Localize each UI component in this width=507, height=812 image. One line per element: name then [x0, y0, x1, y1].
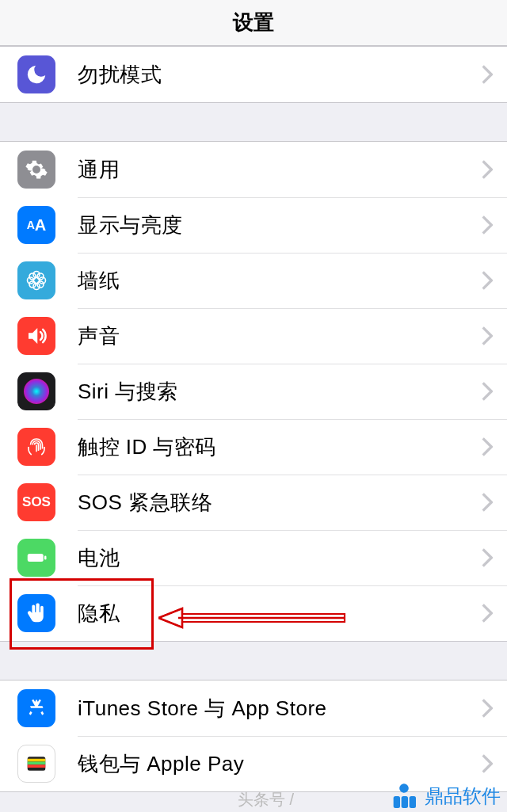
- chevron-right-icon: [482, 215, 493, 234]
- svg-rect-14: [28, 764, 46, 768]
- brand-text: 鼎品软件: [425, 783, 501, 809]
- chevron-right-icon: [482, 699, 493, 718]
- chevron-right-icon: [482, 548, 493, 567]
- row-label: 墙纸: [78, 267, 482, 295]
- siri-icon: [17, 372, 55, 410]
- chevron-right-icon: [482, 65, 493, 84]
- chevron-right-icon: [482, 160, 493, 179]
- row-general[interactable]: 通用: [0, 142, 507, 197]
- chevron-right-icon: [482, 326, 493, 345]
- battery-icon: [17, 539, 55, 577]
- row-label: Siri 与搜索: [78, 378, 482, 406]
- header: 设置: [0, 0, 507, 46]
- row-label: 隐私: [78, 600, 482, 627]
- hand-icon: [17, 594, 55, 632]
- brand-logo-icon: [388, 780, 420, 812]
- chevron-right-icon: [482, 271, 493, 290]
- svg-rect-20: [394, 796, 400, 808]
- chevron-right-icon: [482, 604, 493, 623]
- row-privacy[interactable]: 隐私: [0, 585, 507, 641]
- speaker-icon: [17, 317, 55, 355]
- wallet-icon: [17, 745, 55, 783]
- settings-group-2: iTunes Store 与 App Store 钱包与 Apple Pay: [0, 680, 507, 792]
- chevron-right-icon: [482, 493, 493, 512]
- svg-rect-13: [28, 762, 46, 765]
- row-battery[interactable]: 电池: [0, 530, 507, 585]
- row-label: 声音: [78, 322, 482, 350]
- row-wallpaper[interactable]: 墙纸: [0, 253, 507, 308]
- row-appstore[interactable]: iTunes Store 与 App Store: [0, 680, 507, 736]
- row-label: 勿扰模式: [78, 61, 482, 89]
- row-label: iTunes Store 与 App Store: [78, 695, 482, 722]
- svg-rect-10: [44, 556, 47, 560]
- fingerprint-icon: [17, 428, 55, 466]
- row-sound[interactable]: 声音: [0, 308, 507, 364]
- svg-rect-12: [28, 759, 46, 762]
- svg-point-19: [399, 783, 409, 793]
- row-touchid[interactable]: 触控 ID 与密码: [0, 419, 507, 475]
- settings-group-1: 通用 AA 显示与亮度 墙纸 声音 Siri 与搜索 触控 ID 与密码: [0, 141, 507, 642]
- appstore-icon: [17, 689, 55, 727]
- watermark-toutiao: 头条号 /: [238, 789, 294, 810]
- row-label: 触控 ID 与密码: [78, 433, 482, 461]
- page-title: 设置: [233, 9, 274, 36]
- watermark-brand: 鼎品软件: [388, 780, 501, 812]
- row-label: SOS 紧急联络: [78, 489, 482, 517]
- svg-rect-9: [28, 554, 44, 562]
- gear-icon: [17, 151, 55, 189]
- flower-icon: [17, 261, 55, 299]
- row-label: 通用: [78, 156, 482, 184]
- settings-group-0: 勿扰模式: [0, 46, 507, 103]
- row-label: 电池: [78, 544, 482, 572]
- chevron-right-icon: [482, 382, 493, 401]
- svg-rect-22: [410, 796, 416, 808]
- row-label: 显示与亮度: [78, 212, 482, 239]
- row-display[interactable]: AA 显示与亮度: [0, 197, 507, 253]
- moon-icon: [17, 55, 55, 93]
- row-dnd[interactable]: 勿扰模式: [0, 47, 507, 102]
- svg-rect-21: [402, 796, 408, 808]
- row-siri[interactable]: Siri 与搜索: [0, 364, 507, 419]
- chevron-right-icon: [482, 437, 493, 456]
- chevron-right-icon: [482, 754, 493, 773]
- display-icon: AA: [17, 206, 55, 244]
- sos-icon: SOS: [17, 483, 55, 521]
- row-sos[interactable]: SOS SOS 紧急联络: [0, 475, 507, 530]
- row-label: 钱包与 Apple Pay: [78, 750, 482, 778]
